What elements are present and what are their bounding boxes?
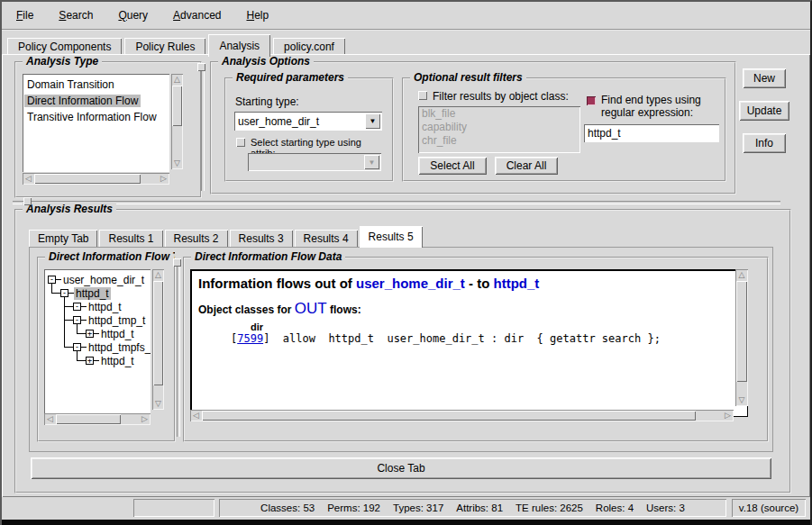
target-type: httpd_t [494, 276, 540, 291]
update-button[interactable]: Update [739, 101, 789, 121]
data-hscrollbar[interactable]: ◁ ▷ [190, 410, 734, 421]
menu-file[interactable]: File [7, 6, 42, 24]
analysis-type-listbox[interactable]: Domain Transition Direct Information Flo… [23, 74, 169, 172]
scrollbar-thumb[interactable] [153, 281, 163, 385]
flow-tree-group: Direct Information Flow T [37, 257, 176, 442]
tree-node-selected[interactable]: - httpd_t [44, 286, 151, 300]
status-bar: Classes: 53 Perms: 192 Types: 317 Attrib… [2, 497, 810, 520]
tab-results-4[interactable]: Results 4 [295, 230, 358, 247]
tab-results-5[interactable]: Results 5 [360, 226, 423, 248]
policy-version: v.18 (source) [739, 502, 798, 513]
list-item[interactable]: Domain Transition [23, 77, 169, 93]
stat-classes: Classes: 53 [260, 502, 315, 513]
tree-collapse-icon[interactable]: - [48, 276, 56, 284]
menu-advanced[interactable]: Advanced [164, 6, 230, 24]
object-class-item: chr_file [422, 134, 577, 148]
window-bottom-edge [2, 520, 810, 525]
clear-all-button[interactable]: Clear All [495, 157, 558, 175]
tab-analysis[interactable]: Analysis [208, 34, 270, 57]
scrollbar-thumb[interactable] [34, 174, 141, 184]
sash-handle[interactable] [173, 258, 181, 267]
scroll-up-icon[interactable]: △ [735, 269, 748, 281]
tab-policy-conf[interactable]: policy.conf [273, 38, 345, 56]
status-version-panel: v.18 (source) [732, 499, 806, 517]
rule-line: [7599] allow httpd_t user_home_dir_t : d… [198, 332, 740, 345]
tree-node-label[interactable]: httpd_tmp_t [87, 314, 147, 327]
tree-vscrollbar[interactable]: △ ▽ [152, 269, 164, 410]
tree-node-label[interactable]: httpd_t [99, 355, 136, 367]
scroll-right-icon[interactable]: ▷ [158, 173, 169, 185]
tree-node[interactable]: + httpd_t [44, 327, 151, 340]
tree-node-label[interactable]: httpd_tmpfs_t [87, 341, 151, 354]
dropdown-arrow-icon[interactable]: ▼ [365, 113, 380, 129]
analysis-type-group: Analysis Type Domain Transition Direct I… [14, 61, 202, 198]
tree-expand-icon[interactable]: + [86, 357, 94, 365]
scrollbar-thumb[interactable] [202, 411, 696, 421]
tab-results-3[interactable]: Results 3 [230, 230, 293, 247]
starting-type-combobox[interactable]: user_home_dir_t ▼ [234, 112, 382, 131]
select-all-button[interactable]: Select All [418, 157, 487, 175]
analysis-type-hscrollbar[interactable]: ◁ ▷ [23, 173, 169, 185]
tree-node[interactable]: - httpd_t [44, 300, 151, 313]
scrollbar-thumb[interactable] [172, 86, 182, 126]
tab-policy-components[interactable]: Policy Components [7, 38, 122, 56]
menu-help[interactable]: Help [237, 6, 278, 24]
flow-header: Information flows out of user_home_dir_t… [198, 276, 740, 291]
analysis-page: Analysis Type Domain Transition Direct I… [2, 54, 810, 497]
rule-number-link[interactable]: 7599 [237, 332, 263, 345]
attrib-combobox-disabled: ▼ [248, 153, 381, 171]
source-type: user_home_dir_t [356, 276, 465, 291]
tree-node[interactable]: + httpd_t [44, 354, 151, 367]
tree-hscrollbar[interactable]: ◁ ▷ [44, 413, 151, 425]
list-item[interactable]: Transitive Information Flow [23, 109, 169, 125]
filter-object-class-checkbox[interactable] [418, 91, 427, 100]
menu-search[interactable]: Search [50, 6, 102, 24]
flow-data-text[interactable]: Information flows out of user_home_dir_t… [190, 269, 748, 417]
close-tab-button[interactable]: Close Tab [31, 457, 771, 479]
tree-collapse-icon[interactable]: - [60, 289, 68, 297]
new-button[interactable]: New [743, 68, 786, 88]
attrib-checkbox[interactable] [236, 138, 245, 147]
tab-empty[interactable]: Empty Tab [29, 230, 97, 247]
tree-node-label[interactable]: user_home_dir_t [61, 274, 146, 286]
scroll-right-icon[interactable]: ▷ [139, 413, 151, 425]
results-tab-bar: Empty Tab Results 1 Results 2 Results 3 … [29, 223, 424, 247]
tree-node[interactable]: - httpd_tmp_t [44, 313, 151, 327]
scrollbar-thumb[interactable] [56, 414, 121, 424]
scroll-right-icon[interactable]: ▷ [722, 410, 734, 421]
scroll-up-icon[interactable]: △ [171, 74, 183, 86]
scroll-down-icon[interactable]: ▽ [152, 398, 164, 410]
flow-tree[interactable]: - user_home_dir_t - httpd_t - httpd_t [44, 269, 151, 413]
scroll-down-icon[interactable]: ▽ [171, 158, 183, 169]
tree-node-label[interactable]: httpd_t [99, 328, 136, 340]
scroll-left-icon[interactable]: ◁ [44, 413, 56, 425]
scroll-down-icon[interactable]: ▽ [735, 394, 748, 406]
menu-query[interactable]: Query [109, 6, 157, 24]
regex-input[interactable] [584, 124, 719, 142]
data-vscrollbar[interactable]: △ ▽ [735, 269, 748, 406]
analysis-type-title: Analysis Type [23, 55, 102, 68]
scroll-left-icon[interactable]: ◁ [23, 173, 34, 185]
list-item-selected[interactable]: Direct Information Flow [23, 93, 169, 109]
regex-checkbox-checked[interactable] [587, 96, 596, 105]
filter-object-class-label: Filter results by object class: [433, 90, 569, 103]
tab-policy-rules[interactable]: Policy Rules [124, 38, 205, 56]
scroll-left-icon[interactable]: ◁ [190, 410, 202, 421]
sash-handle[interactable] [197, 63, 205, 71]
tab-results-1[interactable]: Results 1 [99, 230, 162, 247]
tab-results-2[interactable]: Results 2 [165, 230, 228, 247]
tree-node-label[interactable]: httpd_t [74, 287, 111, 300]
tree-node-label[interactable]: httpd_t [87, 301, 123, 313]
scrollbar-thumb[interactable] [736, 281, 747, 382]
results-vertical-sash [177, 258, 180, 437]
tree-expand-icon[interactable]: + [86, 330, 94, 338]
info-button[interactable]: Info [743, 133, 786, 153]
tree-collapse-icon[interactable]: - [73, 316, 81, 324]
analysis-type-vscrollbar[interactable]: △ ▽ [171, 74, 183, 169]
tree-collapse-icon[interactable]: - [73, 343, 81, 351]
scroll-up-icon[interactable]: △ [152, 269, 164, 281]
tree-node[interactable]: - httpd_tmpfs_t [44, 340, 151, 354]
sash-handle[interactable] [23, 197, 32, 205]
tree-node[interactable]: - user_home_dir_t [44, 273, 151, 286]
tree-collapse-icon[interactable]: - [73, 303, 81, 311]
